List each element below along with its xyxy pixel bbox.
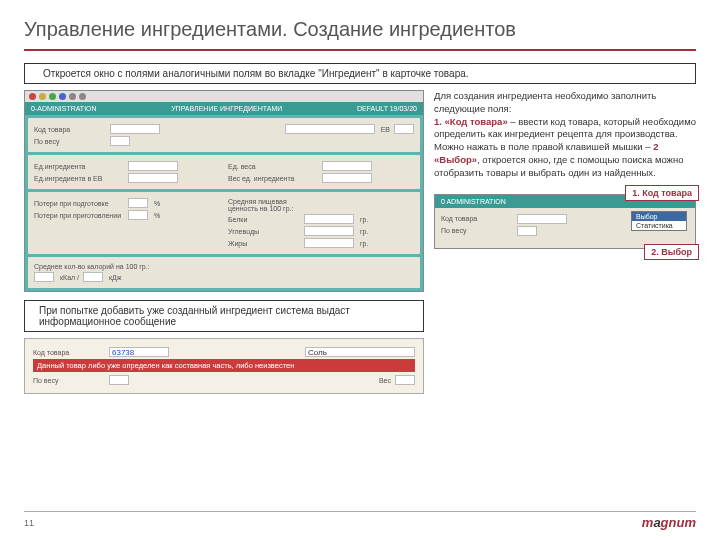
title-rule — [24, 49, 696, 51]
section-3: Потери при подготовке% Потери при пригот… — [28, 192, 420, 254]
mini-window: 1. Код товара 0 ADMINISTRATION Код товар… — [434, 194, 696, 249]
context-menu[interactable]: Выбор Статистика — [631, 211, 687, 231]
window-titlebar — [25, 91, 423, 102]
kod-tovara-input[interactable] — [110, 124, 160, 134]
section-2: Ед.ингредиента Ед.ингредиента в ЕВ Ед. в… — [28, 155, 420, 189]
mini-poves-checkbox[interactable] — [517, 226, 537, 236]
note-bottom: При попытке добавить уже созданный ингре… — [24, 300, 424, 332]
app-window: 0-ADMINISTRATIONУПРАВЛЕНИЕ ИНГРЕДИЕНТАМИ… — [24, 90, 424, 292]
callout-2: 2. Выбор — [644, 244, 699, 260]
menu-vybor[interactable]: Выбор — [632, 212, 686, 221]
logo: magnum — [642, 515, 696, 530]
page-number: 11 — [24, 518, 34, 528]
po-vesu-checkbox[interactable] — [110, 136, 130, 146]
error-panel: Код товара 63738 Соль Данный товар либо … — [24, 338, 424, 394]
menu-statistika[interactable]: Статистика — [632, 221, 686, 230]
section-1: Код товара ЕВ По весу — [28, 118, 420, 152]
note-top: Откроется окно с полями аналогичными пол… — [24, 63, 696, 84]
callout-1: 1. Код товара — [625, 185, 699, 201]
instructions: Для создания ингредиента необходимо запо… — [434, 90, 696, 180]
section-4: Среднее кол-во калорий на 100 гр.: кКал … — [28, 257, 420, 288]
footer: 11 magnum — [24, 511, 696, 530]
page-title: Управление ингредиентами. Создание ингре… — [24, 18, 696, 41]
error-message: Данный товар либо уже определен как сост… — [33, 359, 415, 372]
app-header: 0-ADMINISTRATIONУПРАВЛЕНИЕ ИНГРЕДИЕНТАМИ… — [25, 102, 423, 115]
mini-kod-input[interactable] — [517, 214, 567, 224]
